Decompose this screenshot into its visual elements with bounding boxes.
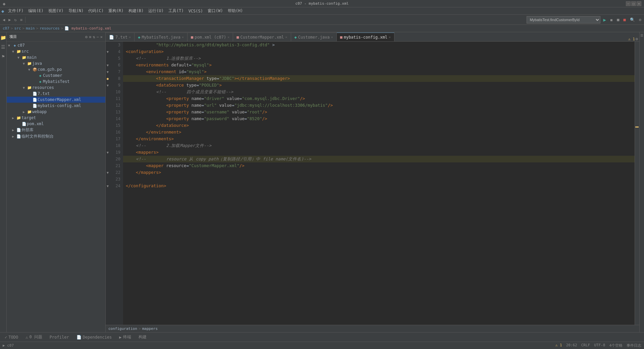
maximize-button[interactable]: □: [631, 1, 636, 6]
tree-item-mybatisconfig[interactable]: 📄 mybatis-config.xml: [7, 103, 105, 109]
nav-resources[interactable]: resources: [40, 26, 60, 31]
tree-item-src[interactable]: ▼ 📁 src: [7, 48, 105, 54]
nav-src[interactable]: src: [14, 26, 21, 31]
tab-mybatistest[interactable]: ◆ MybatisTest.java ✕: [135, 33, 187, 41]
tab-close-customerjava[interactable]: ✕: [331, 35, 333, 39]
tab-customerjava[interactable]: ◆ Customer.java ✕: [291, 33, 337, 41]
status-encoding[interactable]: UTF-8: [594, 343, 605, 348]
sidebar-icon-layout[interactable]: ≡: [89, 35, 91, 39]
tree-item-7txt[interactable]: 📄 7.txt: [7, 91, 105, 97]
menu-run[interactable]: 运行(U): [146, 7, 166, 14]
tab-label-customermapper: CustomerMapper.xml: [240, 35, 284, 40]
sidebar-icon-close[interactable]: ✕: [100, 35, 103, 39]
sidebar-icon-gear[interactable]: ⚙: [85, 35, 88, 39]
nav-c07[interactable]: c07: [3, 26, 9, 31]
tree-label-webapp: webapp: [32, 109, 47, 114]
bottom-tab-build[interactable]: 构建: [135, 333, 150, 341]
tree-item-package[interactable]: ▼ 📦 com.gzh.po: [7, 66, 105, 72]
title-bar-controls[interactable]: – □ ✕: [626, 1, 641, 6]
status-indent[interactable]: 4个空格: [609, 343, 623, 348]
libs-icon: 📄: [16, 128, 21, 133]
toolbar-icon-settings[interactable]: ⚙: [638, 17, 643, 23]
tab-close-mybatistest[interactable]: ✕: [182, 35, 184, 39]
tree-item-resources[interactable]: ▼ 📁 resources: [7, 85, 105, 91]
toolbar-icon-2[interactable]: ▶: [7, 17, 12, 23]
left-icon-structure[interactable]: ☰: [0, 43, 7, 51]
tree-item-mybatistest[interactable]: ◆ MybatisTest: [7, 79, 105, 85]
menu-navigate[interactable]: 导航(N): [66, 7, 86, 14]
tree-item-scratches[interactable]: ▶ 📄 临时文件和控制台: [7, 133, 105, 140]
tab-label-pomxml: pom.xml (c07): [195, 35, 226, 40]
menu-code[interactable]: 代码(C): [86, 7, 106, 14]
tree-item-main[interactable]: ▼ 📁 main: [7, 54, 105, 60]
run-config-select[interactable]: MybatisTest.findCustomerById: [527, 16, 600, 23]
tab-close-pomxml[interactable]: ✕: [227, 35, 229, 39]
tab-close-mybatisconfig[interactable]: ✕: [389, 35, 391, 39]
tree-item-extlibs[interactable]: ▶ 📄 外部库: [7, 127, 105, 133]
tab-7txt[interactable]: 📄 7.txt ✕: [106, 33, 135, 41]
gutter-21: [106, 162, 110, 169]
tree-arrow-resources: ▼: [23, 86, 27, 90]
bottom-tab-profiler[interactable]: Profiler: [46, 334, 72, 341]
folder-icon-target: 📁: [16, 115, 21, 120]
sidebar-icon-collapse[interactable]: −: [97, 35, 99, 39]
stop-button[interactable]: ■: [622, 17, 627, 23]
tab-mybatisconfig[interactable]: ■ mybatis-config.xml ✕: [337, 33, 394, 41]
bottom-tab-dependencies[interactable]: 📄 Dependencies: [73, 334, 115, 341]
tab-close-7txt[interactable]: ✕: [129, 35, 131, 39]
tree-item-webapp[interactable]: ▶ 📁 webapp: [7, 109, 105, 115]
sidebar-icon-sort[interactable]: ⇅: [93, 35, 95, 39]
tree-item-java[interactable]: ▼ 📁 java: [7, 60, 105, 66]
profiler-label: Profiler: [50, 335, 69, 340]
gutter-23: [106, 176, 110, 183]
menu-window[interactable]: 窗口(W): [206, 7, 225, 14]
breadcrumb-mappers[interactable]: mappers: [142, 327, 158, 331]
close-button[interactable]: ✕: [637, 1, 641, 6]
breadcrumb-configuration[interactable]: configuration: [108, 327, 137, 331]
nav-file[interactable]: 📄 mybatis-config.xml: [64, 26, 111, 31]
tree-item-c07[interactable]: ▼ ◆ c07: [7, 42, 105, 48]
run-button[interactable]: ▶: [602, 16, 607, 23]
tab-customermapper[interactable]: ■ CustomerMapper.xml ✕: [233, 33, 291, 41]
ln-21: 21: [110, 162, 123, 169]
menu-edit[interactable]: 编辑(E): [26, 7, 46, 14]
nav-main[interactable]: main: [26, 26, 35, 31]
menu-tools[interactable]: 工具(T): [166, 7, 186, 14]
menu-file[interactable]: 文件(F): [6, 7, 25, 14]
tree-item-customermapper[interactable]: 📄 CustomerMapper.xml: [7, 97, 105, 103]
menu-help[interactable]: 帮助(H): [226, 7, 245, 14]
tree-item-pomxml[interactable]: 📄 pom.xml: [7, 121, 105, 127]
tab-pomxml[interactable]: ■ pom.xml (c07) ✕: [187, 33, 233, 41]
gutter-19: ▼: [106, 149, 110, 156]
toolbar-icon-3[interactable]: ↻: [13, 17, 18, 23]
tabs-bar: 📄 7.txt ✕ ◆ MybatisTest.java ✕ ■ pom.xml…: [106, 32, 639, 42]
toolbar-icon-1[interactable]: ◀: [1, 17, 6, 23]
status-event-log[interactable]: 事件日志: [627, 343, 641, 348]
run-with-coverage-button[interactable]: ■: [615, 17, 621, 23]
editor-settings-icon[interactable]: ⚙: [636, 37, 638, 41]
status-crlf[interactable]: CRLF: [581, 343, 590, 348]
tree-label-extlibs: 外部库: [21, 127, 34, 133]
bottom-tab-problems[interactable]: ⚠ 0 问题: [22, 333, 46, 341]
status-position[interactable]: 20:62: [566, 343, 577, 348]
menu-vcs[interactable]: VCS(S): [186, 8, 205, 14]
bottom-tab-todo[interactable]: ✓ TODO: [1, 334, 21, 341]
gutter-8: ●: [106, 75, 110, 82]
debug-button[interactable]: ◾: [609, 16, 614, 23]
menu-refactor[interactable]: 重构(R): [106, 7, 126, 14]
tree-item-customer[interactable]: ◆ Customer: [7, 72, 105, 79]
ln-17: 17: [110, 136, 123, 142]
toolbar-icon-search[interactable]: 🔍: [629, 17, 636, 23]
left-icon-bookmark[interactable]: ⚑: [0, 52, 6, 60]
menu-view[interactable]: 视图(V): [46, 7, 66, 14]
minimize-button[interactable]: –: [626, 1, 631, 6]
code-line-11: <property name="driver" value="com.mysql…: [123, 95, 635, 102]
toolbar-icon-4[interactable]: ≡: [19, 17, 24, 23]
tab-close-customermapper[interactable]: ✕: [285, 35, 287, 39]
right-icon-1[interactable]: ☰: [639, 32, 644, 39]
bottom-tab-terminal[interactable]: ▶ 终端: [116, 333, 134, 341]
tree-item-target[interactable]: ▶ 📁 target: [7, 115, 105, 121]
menu-build[interactable]: 构建(B): [126, 7, 146, 14]
left-icon-project[interactable]: 📁: [0, 34, 7, 42]
code-area[interactable]: "http://mybatis.org/dtd/mybatis-3-config…: [123, 42, 635, 325]
